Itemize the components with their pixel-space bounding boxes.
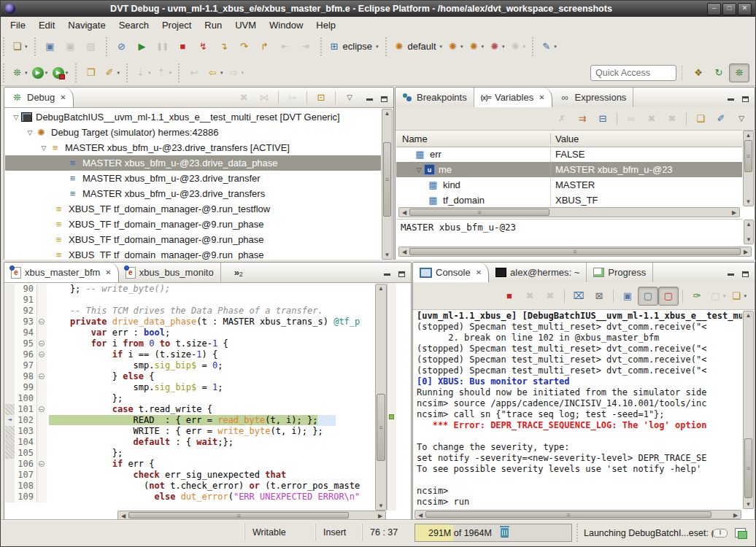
maximize-button[interactable]: □ xyxy=(722,3,736,15)
scroll-up-icon[interactable]: ▲ xyxy=(382,110,392,117)
save-button[interactable]: ▣ xyxy=(40,37,61,56)
code-line[interactable]: 97 smp.sig_bip$ = 0; xyxy=(5,360,375,371)
skip-breakpoints-button[interactable]: ⊘ xyxy=(112,37,132,56)
show-stdout-button[interactable]: ▢ xyxy=(638,287,658,306)
column-header-value[interactable]: Value xyxy=(551,133,579,144)
debug-line-marker[interactable] xyxy=(389,414,394,419)
new-wizard-button[interactable]: ❏▾ xyxy=(9,37,30,56)
variables-table[interactable]: ▦errFALSE▽umeMASTER xbus_bfm_u-@23▦kindM… xyxy=(396,147,742,206)
menu-window[interactable]: Window xyxy=(263,18,309,32)
scroll-right-icon[interactable]: ▶ xyxy=(731,511,740,518)
variable-row[interactable]: ▦errFALSE xyxy=(396,147,742,162)
fold-marker-icon[interactable]: − xyxy=(37,317,47,327)
show-progress-view-icon[interactable] xyxy=(735,528,746,538)
view-menu-button[interactable]: ▽ xyxy=(731,109,752,128)
scroll-left-icon[interactable]: ◀ xyxy=(119,512,128,519)
scroll-down-icon[interactable]: ▼ xyxy=(744,198,753,205)
fold-marker-icon[interactable]: − xyxy=(37,459,47,470)
code-line[interactable]: 99 smp.sig_bip$ = 1; xyxy=(5,382,375,393)
scrollbar-thumb[interactable]: ≡ xyxy=(377,394,385,461)
minimize-view-button[interactable] xyxy=(382,268,392,277)
close-icon[interactable]: ✕ xyxy=(60,93,66,101)
scroll-down-icon[interactable]: ▼ xyxy=(376,503,386,509)
chevron-down-icon[interactable]: ▾ xyxy=(220,70,223,76)
pin-console-button[interactable]: ✑ xyxy=(687,287,707,306)
chevron-down-icon[interactable]: ▾ xyxy=(117,70,120,76)
dvt-debug-perspective-button[interactable]: ❊ xyxy=(729,63,749,82)
scrollbar-thumb[interactable]: ≡ xyxy=(744,140,752,172)
code-line[interactable]: ➜102 READ : { err = read_byte(t, i); }; xyxy=(5,415,375,426)
menu-help[interactable]: Help xyxy=(309,18,342,32)
minimize-view-button[interactable] xyxy=(725,268,736,277)
quick-access-input[interactable] xyxy=(590,65,676,81)
launch-config-c-button[interactable]: ✺▾ xyxy=(486,37,507,56)
console-horizontal-scrollbar[interactable]: ◀ ▶ ≡ xyxy=(414,510,741,519)
maximize-view-button[interactable] xyxy=(396,268,406,277)
chevron-down-icon[interactable]: ▾ xyxy=(523,44,526,50)
fold-marker-icon[interactable]: − xyxy=(37,338,47,349)
scroll-down-icon[interactable]: ▼ xyxy=(744,236,753,243)
detail-vertical-scrollbar[interactable]: ▲ ▼ xyxy=(744,220,754,244)
maximize-view-button[interactable] xyxy=(740,93,750,102)
variable-row[interactable]: ▦kindMASTER xyxy=(396,177,742,193)
column-header-name[interactable]: Name xyxy=(396,133,551,144)
debug-tree-item[interactable]: ≡XBUS_TF tf_domain_manager-@9.run_phase xyxy=(5,217,381,232)
code-line[interactable]: 94 var err : bool; xyxy=(5,327,375,338)
scroll-up-icon[interactable]: ▲ xyxy=(744,312,753,319)
scrollbar-thumb[interactable]: ≡ xyxy=(128,512,349,519)
code-line[interactable]: 105 }; xyxy=(5,448,375,459)
chevron-down-icon[interactable]: ▾ xyxy=(66,70,69,76)
chevron-down-icon[interactable]: ▾ xyxy=(242,70,244,76)
step-into-button[interactable]: ↴ xyxy=(214,37,234,56)
scrollbar-thumb[interactable]: ≡ xyxy=(744,438,752,498)
variable-row[interactable]: ▦tf_domainXBUS_TF xyxy=(396,193,742,206)
view-tab-console[interactable]: Console✕ xyxy=(413,263,489,282)
chevron-down-icon[interactable]: ▾ xyxy=(554,44,557,50)
chevron-down-icon[interactable]: ▾ xyxy=(25,70,28,76)
code-line[interactable]: 98− } else { xyxy=(5,371,375,382)
launch-config-a-button[interactable]: ✺▾ xyxy=(444,37,466,56)
progress-indicator-icon[interactable] xyxy=(713,529,728,538)
expander-icon[interactable]: ▽ xyxy=(414,166,424,174)
variable-detail-pane[interactable]: MASTER xbus_bfm_u-@23 xyxy=(396,219,742,245)
open-new-view-button[interactable]: ❏ xyxy=(690,109,711,128)
scroll-up-icon[interactable]: ▲ xyxy=(744,221,753,228)
chevron-down-icon[interactable]: ▾ xyxy=(148,70,151,76)
run-config-default-button[interactable]: ✺default▾ xyxy=(391,37,445,56)
scroll-right-icon[interactable]: ▶ xyxy=(741,249,750,255)
step-return-button[interactable]: ↱ xyxy=(255,37,275,56)
menu-uvm[interactable]: UVM xyxy=(228,18,263,32)
scroll-up-icon[interactable]: ▲ xyxy=(744,132,753,139)
chevron-down-icon[interactable]: ▾ xyxy=(440,44,443,50)
fold-marker-icon[interactable]: − xyxy=(37,404,47,415)
code-line[interactable]: 109 else dut_error("ERR UNEXPECTED ERROR… xyxy=(5,492,375,503)
run-coverage-button[interactable]: ▶▾ xyxy=(50,63,71,82)
chevron-down-icon[interactable]: ▾ xyxy=(169,70,172,76)
dvt-perspective-button[interactable]: ↻ xyxy=(709,63,729,82)
resume-button[interactable]: ▶ xyxy=(132,37,153,56)
terminate-button[interactable]: ■ xyxy=(173,37,193,56)
chevron-down-icon[interactable]: ▾ xyxy=(482,44,485,50)
editor-tab-overflow[interactable]: » 2 xyxy=(234,263,243,282)
debug-tree[interactable]: ▽DebugBatchIUS__uvm_ml-1.1_xbus_e__test_… xyxy=(5,109,381,260)
expander-icon[interactable]: ▽ xyxy=(25,129,35,136)
scroll-right-icon[interactable]: ▶ xyxy=(730,209,738,216)
chevron-down-icon[interactable]: ▾ xyxy=(723,293,726,299)
code-line[interactable]: 92 -- This TCM drives the Data Phase of … xyxy=(5,306,375,317)
editor-tab-xbus-master-bfm[interactable]: exbus_master_bfm✕ xyxy=(4,263,119,282)
chevron-down-icon[interactable]: ▾ xyxy=(45,70,48,76)
scrollbar-thumb[interactable]: ≡ xyxy=(409,248,741,255)
minimize-view-button[interactable] xyxy=(725,93,736,102)
view-tab-breakpoints[interactable]: Breakpoints xyxy=(396,88,474,107)
expander-icon[interactable]: ▽ xyxy=(11,114,21,121)
code-line[interactable]: 106− if err { xyxy=(5,459,375,470)
heap-status[interactable]: 291M of 1964M xyxy=(414,524,572,542)
debug-button[interactable]: ❊▾ xyxy=(9,63,30,82)
console-vertical-scrollbar[interactable]: ▲ ▼ ≡ xyxy=(743,311,754,509)
show-logical-structure-button[interactable]: ⇉ xyxy=(572,109,593,128)
minimize-button[interactable]: – xyxy=(707,3,721,15)
restart-button[interactable]: ↯ xyxy=(193,37,214,56)
debug-tree-item[interactable]: ≡XBUS_TF tf_domain_manager-@9.run_testfl… xyxy=(5,201,381,217)
run-button[interactable]: ▶▾ xyxy=(30,63,50,82)
maximize-view-button[interactable] xyxy=(379,93,389,102)
